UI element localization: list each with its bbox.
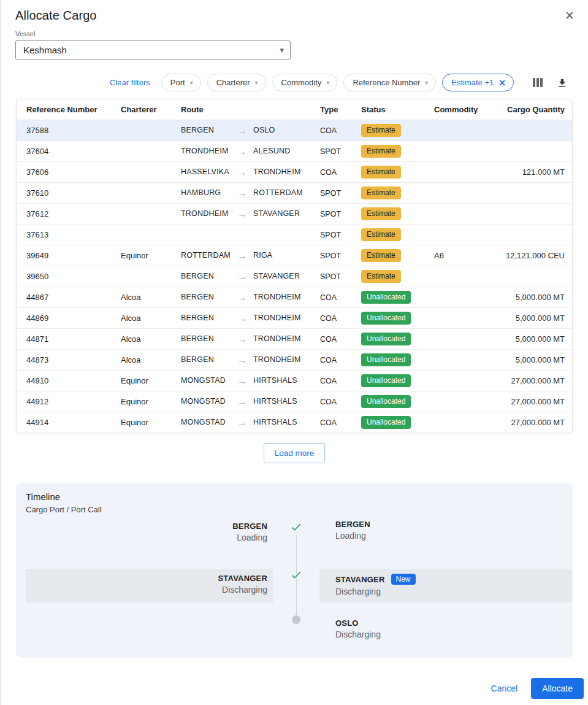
cell-cargo-quantity: 5,000.000 MT xyxy=(495,328,573,349)
chevron-down-icon: ▾ xyxy=(190,79,193,86)
cell-reference-number: 37588 xyxy=(17,120,111,141)
port-name: OSLO xyxy=(335,618,359,628)
cell-status: Unallocated xyxy=(351,412,424,433)
cell-type: SPOT xyxy=(310,245,351,266)
filter-chip-commodity[interactable]: Commodity ▾ xyxy=(272,74,338,91)
timeline-right-item-bergen: BERGEN Loading xyxy=(319,515,572,541)
table-row[interactable]: 37610HAMBURG→ROTTERDAMSPOTEstimate xyxy=(17,182,573,203)
table-row[interactable]: 37606HASSELVIKA→TRONDHEIMCOAEstimate121.… xyxy=(17,161,573,182)
route-to-port: STAVANGER xyxy=(253,272,300,280)
cell-status: Unallocated xyxy=(351,328,424,349)
filter-chip-reference-number[interactable]: Reference Number ▾ xyxy=(343,74,436,91)
cell-reference-number: 37606 xyxy=(17,161,111,182)
status-badge: Estimate xyxy=(361,124,401,137)
table-row[interactable]: 37613SPOTEstimate xyxy=(17,224,573,245)
type-value: COA xyxy=(320,168,337,177)
cell-commodity xyxy=(424,391,495,412)
load-more-button[interactable]: Load more xyxy=(264,443,326,463)
cell-charterer: Alcoa xyxy=(111,349,171,370)
cell-type: SPOT xyxy=(310,203,351,224)
route-from-port: MONGSTAD xyxy=(181,397,237,406)
vessel-select[interactable]: Keshmash ▾ xyxy=(15,40,291,60)
cell-type: COA xyxy=(310,391,351,412)
table-row[interactable]: 39649EquinorROTTERDAM→RIGASPOTEstimateA6… xyxy=(17,245,573,266)
columns-icon[interactable] xyxy=(531,78,544,87)
cell-type: COA xyxy=(310,161,351,182)
vessel-select-value: Keshmash xyxy=(23,45,67,55)
status-badge: Estimate xyxy=(361,228,401,241)
table-row[interactable]: 37588BERGEN→OSLOCOAEstimate xyxy=(17,120,573,141)
cell-status: Estimate xyxy=(351,141,424,161)
table-row[interactable]: 44871AlcoaBERGEN→TRONDHEIMCOAUnallocated… xyxy=(17,328,573,349)
route-to-port: TRONDHEIM xyxy=(253,334,301,343)
check-icon xyxy=(290,521,302,536)
cell-reference-number: 44871 xyxy=(17,328,111,349)
cell-cargo-quantity: 27,000.000 MT xyxy=(495,391,573,412)
timeline-left-item-stavanger[interactable]: STAVANGER Discharging xyxy=(26,569,273,603)
port-name: BERGEN xyxy=(232,522,267,531)
table-row[interactable]: 44873AlcoaBERGEN→TRONDHEIMCOAUnallocated… xyxy=(17,349,573,370)
timeline-left-item-bergen[interactable]: BERGEN Loading xyxy=(26,517,273,547)
timeline-panel: Timeline Cargo Port / Port Call BERGEN L… xyxy=(16,483,573,658)
port-role: Loading xyxy=(232,533,267,542)
filter-chip-port[interactable]: Port ▾ xyxy=(161,74,201,91)
check-icon xyxy=(290,569,302,584)
table-header-row: Reference Number Charterer Route Type St… xyxy=(17,99,573,120)
download-icon[interactable] xyxy=(556,77,569,88)
close-icon[interactable]: ✕ xyxy=(561,9,578,23)
cell-type: SPOT xyxy=(310,141,351,161)
modal-footer: Cancel Allocate xyxy=(1,678,584,699)
type-value: COA xyxy=(320,418,337,427)
port-name: STAVANGER xyxy=(218,574,267,583)
cell-reference-number: 37610 xyxy=(17,182,111,203)
table-row[interactable]: 37612TRONDHEIM→STAVANGERSPOTEstimate xyxy=(17,203,573,224)
route-from-port: TRONDHEIM xyxy=(181,147,237,155)
arrow-right-icon: → xyxy=(237,334,253,344)
cell-type: COA xyxy=(310,120,351,141)
route-from-port: BERGEN xyxy=(181,355,237,364)
cell-type: SPOT xyxy=(310,182,351,203)
route-from-port: MONGSTAD xyxy=(181,418,237,426)
type-value: SPOT xyxy=(320,189,341,198)
cell-type: COA xyxy=(310,370,351,391)
cell-commodity xyxy=(424,287,495,307)
allocate-button[interactable]: Allocate xyxy=(531,678,584,699)
cell-charterer: Alcoa xyxy=(111,287,171,307)
clear-filters-link[interactable]: Clear filters xyxy=(110,78,150,87)
route-to-port: STAVANGER xyxy=(253,209,300,218)
type-value: SPOT xyxy=(320,272,341,281)
cancel-button[interactable]: Cancel xyxy=(481,679,528,698)
table-row[interactable]: 39650BERGEN→STAVANGERSPOTEstimate xyxy=(17,266,573,287)
filter-chip-label: Reference Number xyxy=(353,78,420,87)
cell-commodity xyxy=(424,120,495,141)
timeline-title: Timeline xyxy=(16,483,573,502)
close-icon[interactable]: ✕ xyxy=(498,78,506,88)
status-badge: Unallocated xyxy=(361,312,411,325)
cell-charterer xyxy=(111,182,171,203)
port-role: Loading xyxy=(335,531,572,541)
cell-charterer xyxy=(111,266,171,287)
table-row[interactable]: 44869AlcoaBERGEN→TRONDHEIMCOAUnallocated… xyxy=(17,307,573,328)
filter-chip-label: Commodity xyxy=(281,78,322,87)
table-row[interactable]: 44912EquinorMONGSTAD→HIRTSHALSCOAUnalloc… xyxy=(17,391,573,412)
cell-route: BERGEN→TRONDHEIM xyxy=(171,349,310,370)
type-value: COA xyxy=(320,398,337,406)
table-row[interactable]: 44914EquinorMONGSTAD→HIRTSHALSCOAUnalloc… xyxy=(17,412,573,433)
cell-cargo-quantity xyxy=(495,266,573,287)
arrow-right-icon: → xyxy=(237,313,253,323)
type-value: COA xyxy=(320,377,337,385)
cell-reference-number: 44910 xyxy=(17,370,111,391)
table-row[interactable]: 44910EquinorMONGSTAD→HIRTSHALSCOAUnalloc… xyxy=(17,370,573,391)
table-row[interactable]: 44867AlcoaBERGEN→TRONDHEIMCOAUnallocated… xyxy=(17,287,573,307)
cell-route: BERGEN→OSLO xyxy=(171,120,310,141)
status-badge: Unallocated xyxy=(361,374,411,387)
cell-commodity xyxy=(424,224,495,245)
cell-cargo-quantity: 27,000.000 MT xyxy=(495,412,573,433)
col-commodity: Commodity xyxy=(424,99,495,120)
filter-chip-estimate-active[interactable]: Estimate +1 ✕ xyxy=(442,74,514,91)
table-row[interactable]: 37604TRONDHEIM→ALESUNDSPOTEstimate xyxy=(17,141,573,161)
cell-reference-number: 44873 xyxy=(17,349,111,370)
type-value: SPOT xyxy=(320,252,341,260)
filter-chip-charterer[interactable]: Charterer ▾ xyxy=(207,74,266,91)
status-badge: Estimate xyxy=(361,166,401,179)
